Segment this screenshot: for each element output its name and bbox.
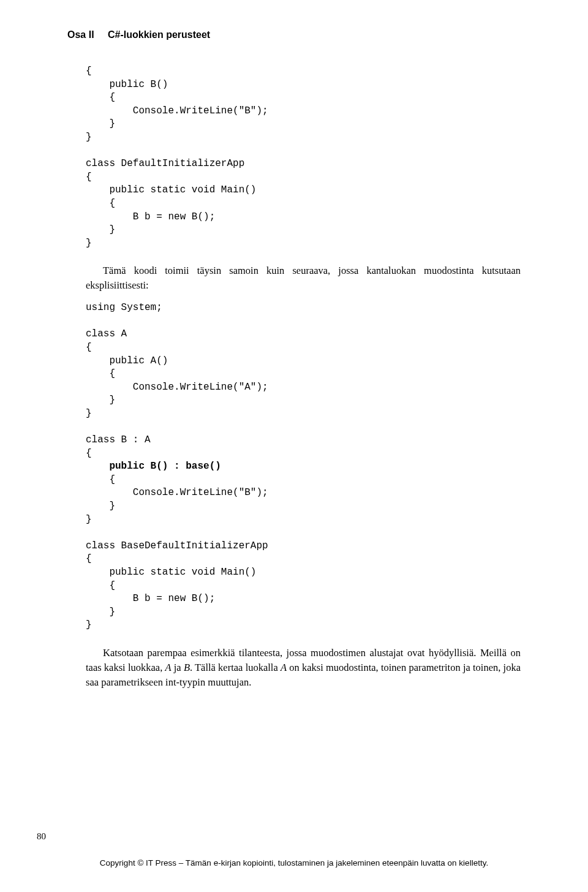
header-title: C#-luokkien perusteet <box>108 29 210 40</box>
code-2-post: { Console.WriteLine("B"); } } class Base… <box>86 474 268 631</box>
page-number: 80 <box>37 831 46 842</box>
code-block-2: using System; class A { public A() { Con… <box>67 301 521 632</box>
p2-it1: A <box>165 662 171 673</box>
paragraph-2: Katsotaan parempaa esimerkkiä tilanteest… <box>67 646 521 690</box>
code-2-bold: public B() : base() <box>109 461 221 472</box>
header-part: Osa II <box>67 29 94 40</box>
paragraph-1: Tämä koodi toimii täysin samoin kuin seu… <box>67 263 521 293</box>
p2-it2: B <box>184 662 190 673</box>
p2-c: . Tällä kertaa luokalla <box>190 662 281 673</box>
running-header: Osa II C#-luokkien perusteet <box>67 29 521 40</box>
p2-b: ja <box>172 662 184 673</box>
p2-it3: A <box>281 662 287 673</box>
code-2-pre: using System; class A { public A() { Con… <box>86 302 268 472</box>
document-page: Osa II C#-luokkien perusteet { public B(… <box>0 0 588 892</box>
code-block-1: { public B() { Console.WriteLine("B"); }… <box>67 65 521 250</box>
copyright-footer: Copyright © IT Press – Tämän e-kirjan ko… <box>0 858 588 867</box>
